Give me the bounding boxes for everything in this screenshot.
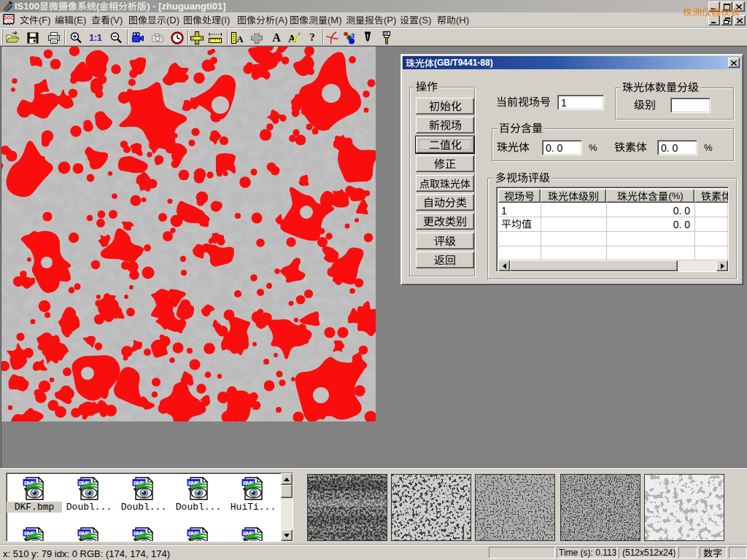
svg-text:A: A: [236, 34, 244, 44]
svg-text:DOC: DOC: [4, 15, 15, 20]
svg-text:3: 3: [351, 32, 355, 39]
